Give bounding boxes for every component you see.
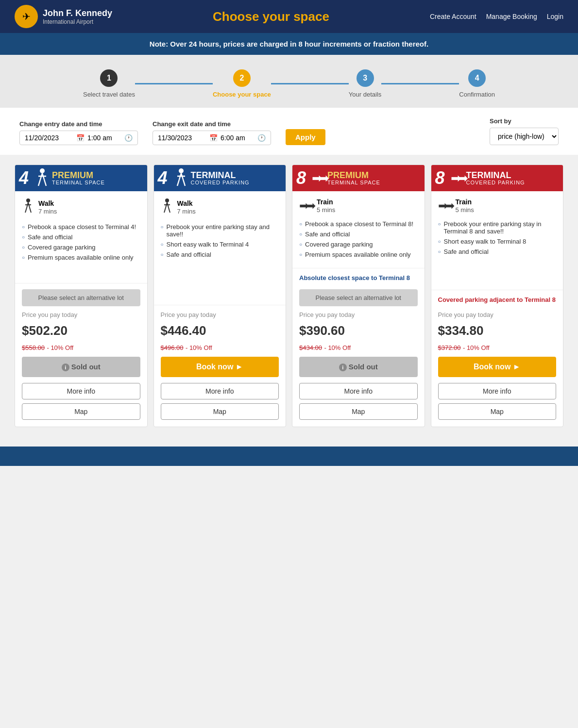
banner-number: 8 (431, 168, 449, 188)
card-t4-terminal: 4 TERMINAL COVERED PARKING Walk 7 mins (153, 165, 287, 427)
price-original: $496.00 (161, 344, 184, 351)
map-button[interactable]: Map (161, 403, 279, 420)
price-original: $372.00 (438, 344, 461, 351)
transport-row: Walk 7 mins (22, 198, 140, 216)
logo-area: ✈ John F. Kennedy International Airport (15, 5, 112, 28)
banner-number: 4 (154, 168, 171, 188)
svg-line-22 (169, 208, 170, 213)
entry-time-field[interactable] (87, 134, 121, 142)
action-buttons-t4-terminal: More info Map (154, 383, 286, 427)
feature-item: Short easy walk to Terminal 4 (161, 241, 279, 248)
feature-item: Covered garage parking (22, 244, 140, 251)
step-4: 4 Confirmation (459, 69, 495, 98)
book-now-button[interactable]: Book now ► (438, 357, 557, 377)
banner-text: TERMINAL COVERED PARKING (466, 171, 525, 185)
step-2: 2 Choose your space (213, 69, 271, 98)
card-body-t4-premium: Walk 7 mins Prebook a space closest to T… (15, 191, 147, 283)
step-circle-1: 1 (100, 69, 118, 87)
transport-mode: Train (317, 198, 335, 206)
more-info-button[interactable]: More info (161, 383, 279, 399)
transport-info: Walk 7 mins (177, 199, 196, 215)
svg-point-18 (165, 199, 169, 202)
login-link[interactable]: Login (547, 13, 563, 20)
header-nav: Create Account Manage Booking Login (430, 13, 563, 20)
transport-info: Train 5 mins (317, 198, 335, 214)
banner-number: 8 (292, 168, 310, 188)
card-pricing-t8-terminal: Covered parking adjacent to Terminal 8 P… (431, 290, 563, 383)
step-circle-4: 4 (468, 69, 486, 87)
transport-mode: Train (456, 198, 474, 206)
transport-icon: ➡➡ (438, 199, 452, 213)
features-list: Prebook a space closest to Terminal 8!Sa… (299, 220, 418, 261)
feature-item: Prebook your entire parking stay and sav… (161, 223, 279, 238)
entry-label: Change entry date and time (19, 120, 138, 128)
banner-sub: COVERED PARKING (191, 180, 250, 185)
map-button[interactable]: Map (22, 403, 140, 420)
connector-1-2 (135, 83, 213, 84)
map-button[interactable]: Map (299, 403, 418, 420)
logo-icon: ✈ (15, 5, 38, 28)
feature-item: Safe and official (299, 231, 418, 238)
more-info-button[interactable]: More info (299, 383, 418, 399)
connector-3-4 (381, 83, 459, 84)
card-banner-t8-terminal: 8 ➡➡ TERMINAL COVERED PARKING (431, 165, 563, 191)
exit-date-field[interactable] (158, 134, 206, 142)
price-details: $372.00 - 10% Off (438, 343, 557, 352)
feature-item: Safe and official (438, 248, 557, 255)
more-info-button[interactable]: More info (22, 383, 140, 399)
map-button[interactable]: Map (438, 403, 557, 420)
alt-lot-button[interactable]: Please select an alternative lot (299, 289, 418, 306)
price-details: $496.00 - 10% Off (161, 343, 279, 352)
feature-item: Prebook your entire parking stay in Term… (438, 220, 557, 235)
action-buttons-t8-terminal: More info Map (431, 383, 563, 427)
transport-icon: ➡➡ (299, 199, 313, 213)
card-highlight: Absolute closest space to Terminal 8 (299, 274, 418, 281)
step-choose-space: 2 Choose your space (213, 69, 271, 98)
step-circle-3: 3 (357, 69, 374, 87)
price-label: Price you pay today (161, 311, 279, 318)
book-now-button[interactable]: Book now ► (161, 357, 279, 377)
price-main: $446.40 (161, 323, 279, 338)
entry-date-input[interactable]: 📅 🕐 (19, 131, 138, 145)
page-title: Choose your space (213, 9, 329, 24)
svg-line-9 (25, 208, 27, 213)
transport-info: Walk 7 mins (38, 199, 57, 215)
alt-lot-button[interactable]: Please select an alternative lot (22, 289, 140, 306)
create-account-link[interactable]: Create Account (430, 13, 476, 20)
features-list: Prebook your entire parking stay in Term… (438, 220, 557, 258)
price-label: Price you pay today (438, 311, 557, 318)
card-banner-t8-premium: 8 ➡➡ PREMIUM TERMINAL SPACE (292, 165, 425, 191)
price-discount: - 10% Off (324, 344, 351, 351)
sort-select[interactable]: price (high-low) price (low-high) (490, 128, 559, 145)
card-body-t8-terminal: ➡➡ Train 5 mins Prebook your entire park… (431, 191, 563, 290)
svg-point-6 (26, 199, 30, 202)
card-pricing-t4-premium: Please select an alternative lot Price y… (15, 283, 147, 383)
price-discount: - 10% Off (463, 344, 490, 351)
feature-item: Covered garage parking (299, 241, 418, 248)
exit-date-input[interactable]: 📅 🕐 (153, 131, 271, 145)
manage-booking-link[interactable]: Manage Booking (486, 13, 537, 20)
feature-item: Safe and official (161, 251, 279, 258)
price-label: Price you pay today (299, 311, 418, 318)
calendar-icon-exit: 📅 (209, 134, 218, 142)
step-your-details: 3 Your details (349, 69, 381, 98)
sort-label: Sort by (490, 117, 559, 125)
svg-line-4 (44, 180, 46, 186)
step-label-4: Confirmation (459, 91, 495, 98)
banner-top: PREMIUM (52, 171, 105, 180)
feature-item: Prebook a space closest to Terminal 4! (22, 223, 140, 231)
transport-icon (22, 198, 34, 216)
apply-button[interactable]: Apply (286, 129, 325, 145)
connector-2-3 (271, 83, 349, 84)
info-icon: i (339, 364, 347, 371)
card-t8-premium: 8 ➡➡ PREMIUM TERMINAL SPACE ➡➡ Train 5 m… (292, 165, 425, 427)
note-bar: Note: Over 24 hours, prices are charged … (0, 33, 578, 55)
banner-text: TERMINAL COVERED PARKING (191, 171, 250, 185)
card-t8-terminal: 8 ➡➡ TERMINAL COVERED PARKING ➡➡ Train 5… (431, 165, 564, 427)
svg-line-15 (177, 180, 179, 186)
note-text: Note: Over 24 hours, prices are charged … (150, 40, 428, 48)
more-info-button[interactable]: More info (438, 383, 557, 399)
entry-date-field[interactable] (25, 134, 73, 142)
transport-mode: Walk (177, 199, 196, 208)
exit-time-field[interactable] (221, 134, 255, 142)
